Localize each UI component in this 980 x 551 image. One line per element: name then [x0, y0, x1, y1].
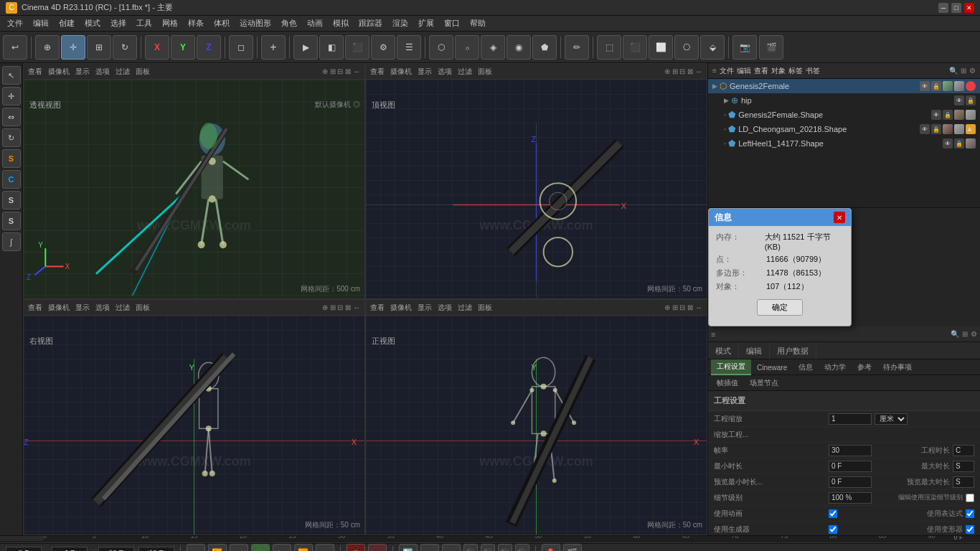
- lock-icon-0[interactable]: 🔒: [931, 81, 941, 91]
- sb-s[interactable]: S: [2, 149, 21, 168]
- menu-help[interactable]: 帮助: [466, 17, 490, 30]
- pb-time[interactable]: P: [420, 544, 439, 551]
- props-settings-icon[interactable]: ⚙: [971, 330, 977, 338]
- pb-loop[interactable]: 🔄: [399, 544, 418, 551]
- menu-tools[interactable]: 工具: [132, 17, 156, 30]
- pb-key4[interactable]: ⚫: [515, 544, 529, 551]
- vp-br-view[interactable]: 查看: [370, 303, 385, 313]
- scale-btn[interactable]: ⊞: [87, 35, 111, 60]
- pb-key2[interactable]: ⚫: [481, 544, 495, 551]
- vis-icon-4[interactable]: 👁: [943, 138, 953, 149]
- sb-select[interactable]: ↖: [2, 66, 21, 85]
- hier-item-hip[interactable]: ▶ ⊕ hip 👁 🔒: [708, 93, 980, 108]
- menu-mesh[interactable]: 网格: [158, 17, 182, 30]
- vp-tr-options[interactable]: 选项: [438, 67, 452, 77]
- final-btn[interactable]: ⬙: [700, 35, 725, 60]
- pb-prev-key[interactable]: ⏪: [208, 544, 227, 551]
- lock-icon-3[interactable]: 🔒: [931, 124, 941, 134]
- undo-btn[interactable]: ↩: [3, 35, 27, 60]
- vp-bl-view[interactable]: 查看: [28, 303, 42, 313]
- props-input-lod[interactable]: [829, 492, 872, 504]
- viewport-perspective-content[interactable]: www.CGMXW.com 透视视图 默认摄像机 ◎: [24, 80, 364, 298]
- obj-btn[interactable]: ◻: [229, 35, 253, 60]
- vp-tr-camera[interactable]: 摄像机: [390, 67, 412, 77]
- render-full-btn[interactable]: ⬛: [345, 35, 369, 60]
- vp-tl-options[interactable]: 选项: [95, 67, 110, 77]
- vis-icon-0[interactable]: 👁: [920, 81, 930, 91]
- rp-view-menu[interactable]: 查看: [754, 66, 768, 76]
- rp-bookmark-menu[interactable]: 书签: [806, 66, 820, 76]
- vp-tr-filter[interactable]: 过滤: [458, 67, 472, 77]
- camera3-btn[interactable]: 🎬: [759, 35, 783, 60]
- rp-tag-menu[interactable]: 标签: [788, 66, 803, 76]
- props-check-expr[interactable]: [966, 509, 974, 518]
- settings2-btn[interactable]: ⬟: [532, 35, 557, 60]
- viewport-front[interactable]: 查看 摄像机 显示 选项 过滤 面板 ⊕ ⊞ ⊟ ⊠ ↔ www.CGMXW.c…: [365, 299, 707, 535]
- vp-bl-options[interactable]: 选项: [95, 303, 110, 313]
- render-settings-btn[interactable]: ⚙: [371, 35, 395, 60]
- texture-btn[interactable]: ⬜: [649, 35, 673, 60]
- props-search-icon[interactable]: 🔍: [951, 330, 959, 338]
- menu-tracker[interactable]: 跟踪器: [354, 17, 387, 30]
- props-subtab-dynamics[interactable]: 动力学: [819, 359, 852, 375]
- props-tab-interpolation[interactable]: 帧插值: [711, 375, 744, 391]
- front-btn[interactable]: ◉: [507, 35, 531, 60]
- props-tab-edit[interactable]: 编辑: [739, 342, 770, 359]
- sb-s3[interactable]: S: [2, 212, 21, 230]
- vp-bl-display[interactable]: 显示: [75, 303, 90, 313]
- maximize-btn[interactable]: □: [951, 3, 961, 13]
- props-input-maxtime[interactable]: [953, 461, 974, 472]
- render-queue-btn[interactable]: ☰: [397, 35, 421, 60]
- props-tab-scene[interactable]: 场景节点: [744, 375, 784, 391]
- props-subtab-todo[interactable]: 待办事项: [877, 359, 918, 375]
- move-btn[interactable]: ⊕: [35, 35, 60, 60]
- pb-key3[interactable]: ⚫: [498, 544, 512, 551]
- sb-scale[interactable]: ⇔: [2, 108, 21, 126]
- props-tab-mode[interactable]: 模式: [708, 342, 739, 359]
- menu-mode[interactable]: 模式: [80, 17, 105, 30]
- rp-edit-menu[interactable]: 编辑: [737, 66, 751, 76]
- right-btn[interactable]: ◈: [481, 35, 505, 60]
- vp-br-display[interactable]: 显示: [418, 303, 432, 313]
- frame-current-input[interactable]: [52, 547, 88, 551]
- shaded-btn[interactable]: ⎔: [674, 35, 699, 60]
- menu-create[interactable]: 创建: [55, 17, 79, 30]
- pb-fps[interactable]: B: [442, 544, 461, 551]
- pb-next[interactable]: ▶: [273, 544, 291, 551]
- menu-mograph[interactable]: 运动图形: [235, 17, 275, 30]
- frame-max-input[interactable]: [138, 547, 174, 551]
- props-input-scale[interactable]: [829, 413, 872, 425]
- viewport-right[interactable]: 查看 摄像机 显示 选项 过滤 面板 ⊕ ⊞ ⊟ ⊠ ↔ www.CGMXW.c…: [23, 299, 365, 535]
- frame-end-input[interactable]: [98, 547, 134, 551]
- menu-animation[interactable]: 动画: [303, 17, 327, 30]
- select-btn[interactable]: ✛: [61, 35, 85, 60]
- props-input-previewmax[interactable]: [953, 476, 974, 488]
- props-check-generator[interactable]: [829, 525, 837, 534]
- vp-tr-display[interactable]: 显示: [418, 67, 432, 77]
- viewport-right-content[interactable]: www.CGMXW.com 右视图 X Y Z: [24, 316, 364, 534]
- vp-tr-panel[interactable]: 面板: [478, 67, 492, 77]
- props-input-previewmin[interactable]: [829, 476, 872, 488]
- pb-cam[interactable]: 🎬: [563, 544, 582, 551]
- paint-btn[interactable]: ✏: [565, 35, 589, 60]
- sb-rotate[interactable]: ↻: [2, 128, 21, 147]
- rp-settings-icon[interactable]: ⚙: [969, 67, 976, 75]
- menu-select[interactable]: 选择: [106, 17, 131, 30]
- props-select-unit[interactable]: 厘米: [875, 413, 908, 425]
- vis-icon-2[interactable]: 👁: [931, 110, 941, 120]
- props-check-deformer[interactable]: [966, 525, 974, 534]
- vp-bl-camera[interactable]: 摄像机: [48, 303, 70, 313]
- vp-br-camera[interactable]: 摄像机: [390, 303, 412, 313]
- menu-file[interactable]: 文件: [3, 17, 27, 30]
- props-subtab-project[interactable]: 工程设置: [711, 359, 751, 375]
- vp-tl-view[interactable]: 查看: [28, 67, 42, 77]
- vis-icon-1[interactable]: 👁: [954, 95, 964, 105]
- props-menu-icon[interactable]: ≡: [711, 330, 715, 339]
- x-axis-btn[interactable]: X: [145, 35, 169, 60]
- vp-tl-camera[interactable]: 摄像机: [48, 67, 70, 77]
- viewport-top[interactable]: 查看 摄像机 显示 选项 过滤 面板 ⊕ ⊞ ⊟ ⊠ ↔ www.CGMXW.c…: [365, 63, 707, 299]
- menu-character[interactable]: 角色: [277, 17, 301, 30]
- lock-icon-1[interactable]: 🔒: [966, 95, 976, 105]
- pb-play[interactable]: ▶: [251, 544, 270, 551]
- vp-tl-filter[interactable]: 过滤: [116, 67, 130, 77]
